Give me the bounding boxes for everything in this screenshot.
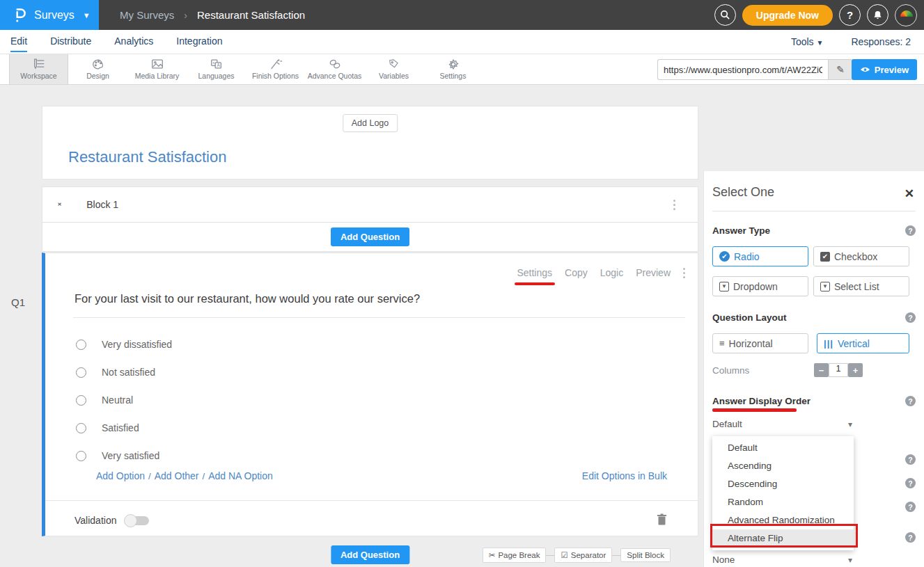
menu-item-default[interactable]: Default bbox=[712, 439, 854, 457]
edit-url-button[interactable]: ✎ bbox=[828, 59, 853, 80]
answer-type-help-icon[interactable]: ? bbox=[905, 225, 916, 236]
menu-item-random[interactable]: Random bbox=[712, 493, 854, 511]
answer-option-label[interactable]: Very satisfied bbox=[102, 450, 159, 461]
block-name[interactable]: Block 1 bbox=[86, 199, 118, 210]
answer-type-label: Answer Type bbox=[712, 225, 770, 236]
columns-value[interactable]: 1 bbox=[829, 363, 848, 377]
radio-icon[interactable] bbox=[76, 395, 86, 406]
help-button[interactable]: ? bbox=[839, 4, 861, 26]
avatar-gauge-icon bbox=[900, 10, 913, 17]
tab-distribute[interactable]: Distribute bbox=[50, 31, 91, 52]
setting-help-icon[interactable]: ? bbox=[905, 532, 916, 543]
notifications-button[interactable] bbox=[867, 4, 888, 26]
validation-toggle[interactable] bbox=[125, 516, 149, 525]
workspace-main: Q1 Add Logo Restaurant Satisfaction ⌄⌃ B… bbox=[0, 86, 924, 567]
close-panel-icon[interactable]: ✕ bbox=[905, 186, 914, 201]
add-na-option-link[interactable]: Add NA Option bbox=[208, 470, 273, 481]
tools-menu[interactable]: Tools ▼ bbox=[791, 36, 823, 47]
answer-option-row: Satisfied bbox=[76, 422, 139, 434]
layout-horizontal-button[interactable]: ≡Horizontal bbox=[712, 333, 808, 353]
columns-label: Columns bbox=[712, 365, 749, 376]
collapse-block-icon[interactable]: ⌄⌃ bbox=[56, 200, 63, 209]
preview-button[interactable]: Preview bbox=[852, 59, 917, 80]
toolbar-item-finish-options[interactable]: Finish Options bbox=[246, 54, 305, 84]
setting-help-icon[interactable]: ? bbox=[905, 478, 916, 488]
toolbar-item-variables[interactable]: Variables bbox=[364, 54, 423, 84]
upgrade-now-button[interactable]: Upgrade Now bbox=[742, 5, 833, 26]
survey-url-input[interactable] bbox=[657, 59, 828, 80]
question-layout-help-icon[interactable]: ? bbox=[905, 312, 916, 323]
menu-item-alternate-flip[interactable]: Alternate Flip bbox=[712, 529, 854, 548]
question-tab-settings[interactable]: Settings bbox=[517, 267, 552, 278]
toolbar-item-languages[interactable]: Ax̄ Languages bbox=[187, 54, 246, 84]
columns-increment-button[interactable]: + bbox=[848, 363, 863, 377]
settings-gear-icon bbox=[446, 58, 460, 70]
menu-item-descending[interactable]: Descending bbox=[712, 475, 854, 493]
breadcrumb-parent[interactable]: My Surveys bbox=[120, 9, 174, 21]
tab-integration[interactable]: Integration bbox=[176, 31, 222, 52]
question-text[interactable]: For your last visit to our restaurant, h… bbox=[75, 292, 420, 305]
user-avatar[interactable] bbox=[895, 4, 917, 26]
answer-option-row: Very satisfied bbox=[76, 449, 159, 462]
add-question-button-top[interactable]: Add Question bbox=[331, 227, 409, 246]
radio-icon[interactable] bbox=[76, 367, 86, 378]
toolbar-item-workspace[interactable]: Workspace bbox=[9, 54, 68, 84]
block-menu-icon[interactable] bbox=[673, 200, 684, 210]
question-settings-panel: Select One ✕ Answer Type ? ✔Radio ✔Check… bbox=[703, 171, 924, 567]
answer-display-order-select[interactable]: Default ▾ bbox=[712, 419, 852, 429]
answer-option-label[interactable]: Satisfied bbox=[102, 422, 139, 433]
radio-icon[interactable] bbox=[76, 340, 86, 350]
setting-help-icon[interactable]: ? bbox=[905, 454, 916, 465]
answer-type-radio-button[interactable]: ✔Radio bbox=[712, 246, 808, 266]
add-option-link[interactable]: Add Option bbox=[96, 470, 145, 481]
layout-vertical-button[interactable]: |||Vertical bbox=[817, 333, 909, 353]
question-tab-logic[interactable]: Logic bbox=[600, 267, 623, 278]
tab-edit[interactable]: Edit bbox=[10, 31, 27, 52]
none-select[interactable]: None ▾ bbox=[712, 554, 852, 565]
add-logo-button[interactable]: Add Logo bbox=[343, 114, 398, 132]
radio-icon[interactable] bbox=[76, 423, 86, 433]
block-footer-buttons: ✂Page Break ☑Separator Split Block bbox=[483, 548, 671, 563]
scissors-icon: ✂ bbox=[489, 550, 496, 560]
radio-icon[interactable] bbox=[76, 451, 86, 461]
answer-type-dropdown-button[interactable]: ▼Dropdown bbox=[712, 276, 808, 296]
edit-options-in-bulk-link[interactable]: Edit Options in Bulk bbox=[582, 470, 667, 481]
toolbar-item-advance-quotas[interactable]: Advance Quotas bbox=[305, 54, 364, 84]
add-other-link[interactable]: Add Other bbox=[155, 470, 199, 481]
app-brand[interactable]: Surveys ▼ bbox=[0, 0, 99, 30]
split-block-button[interactable]: Split Block bbox=[620, 548, 671, 562]
columns-decrement-button[interactable]: − bbox=[814, 363, 829, 377]
answer-option-label[interactable]: Neutral bbox=[102, 394, 133, 406]
tools-caret-icon: ▼ bbox=[816, 39, 823, 47]
add-question-button-bottom[interactable]: Add Question bbox=[331, 545, 409, 564]
question-tab-preview[interactable]: Preview bbox=[636, 267, 671, 278]
question-menu-icon[interactable] bbox=[683, 268, 689, 278]
search-button[interactable] bbox=[714, 4, 736, 26]
delete-question-button[interactable] bbox=[657, 513, 667, 527]
nav-tabs: Edit Distribute Analytics Integration bbox=[10, 31, 222, 52]
survey-title[interactable]: Restaurant Satisfaction bbox=[68, 148, 226, 166]
separator-button[interactable]: ☑Separator bbox=[554, 548, 612, 563]
answer-option-label[interactable]: Not satisfied bbox=[102, 367, 155, 378]
survey-header-card: Add Logo Restaurant Satisfaction bbox=[42, 106, 698, 179]
svg-text:x̄: x̄ bbox=[212, 61, 214, 65]
answer-type-checkbox-button[interactable]: ✔Checkbox bbox=[813, 246, 909, 266]
setting-help-icon[interactable]: ? bbox=[905, 502, 916, 512]
page-break-button[interactable]: ✂Page Break bbox=[483, 548, 547, 563]
tab-analytics[interactable]: Analytics bbox=[114, 31, 153, 52]
menu-item-advanced-randomization[interactable]: Advanced Randomization bbox=[712, 511, 854, 529]
question-number: Q1 bbox=[11, 296, 25, 308]
toolbar-item-design[interactable]: Design bbox=[68, 54, 127, 84]
toolbar-item-settings[interactable]: Settings bbox=[423, 54, 483, 84]
checkbox-check-icon: ✔ bbox=[820, 252, 830, 262]
menu-item-ascending[interactable]: Ascending bbox=[712, 457, 854, 475]
svg-text:A: A bbox=[217, 63, 220, 67]
answer-display-order-help-icon[interactable]: ? bbox=[905, 396, 916, 406]
answer-type-select-list-button[interactable]: ▼Select List bbox=[813, 276, 909, 296]
answer-option-label[interactable]: Very dissatisfied bbox=[102, 339, 172, 350]
questionpro-logo-icon bbox=[13, 7, 27, 24]
question-tab-copy[interactable]: Copy bbox=[565, 267, 588, 278]
answer-option-row: Very dissatisfied bbox=[76, 338, 172, 351]
toolbar-item-media-library[interactable]: Media Library bbox=[127, 54, 187, 84]
responses-count[interactable]: Responses: 2 bbox=[851, 36, 911, 47]
